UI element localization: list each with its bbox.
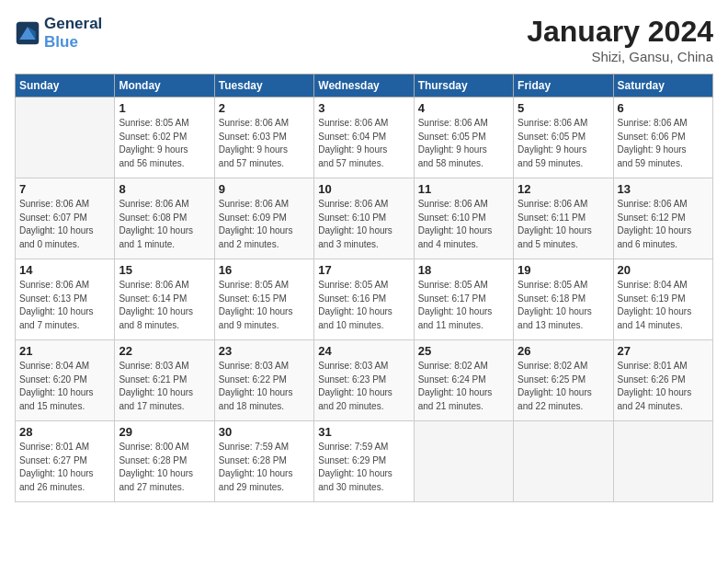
calendar-cell: 18Sunrise: 8:05 AMSunset: 6:17 PMDayligh… (414, 259, 513, 340)
day-info: Sunrise: 8:06 AMSunset: 6:10 PMDaylight:… (318, 198, 409, 251)
day-info: Sunrise: 8:06 AMSunset: 6:05 PMDaylight:… (418, 117, 509, 170)
day-info: Sunrise: 8:05 AMSunset: 6:15 PMDaylight:… (219, 279, 310, 332)
calendar-cell: 24Sunrise: 8:03 AMSunset: 6:23 PMDayligh… (314, 340, 414, 421)
day-number: 3 (318, 101, 409, 115)
day-info: Sunrise: 8:03 AMSunset: 6:23 PMDaylight:… (318, 360, 409, 413)
day-info: Sunrise: 8:01 AMSunset: 6:27 PMDaylight:… (19, 441, 110, 494)
day-number: 2 (219, 101, 310, 115)
weekday-header: Thursday (414, 75, 513, 98)
calendar-cell: 29Sunrise: 8:00 AMSunset: 6:28 PMDayligh… (115, 421, 214, 502)
day-number: 25 (418, 344, 509, 358)
day-number: 31 (318, 425, 409, 439)
title-block: January 2024 Shizi, Gansu, China (527, 15, 713, 64)
day-number: 22 (119, 344, 210, 358)
day-info: Sunrise: 8:06 AMSunset: 6:08 PMDaylight:… (119, 198, 210, 251)
calendar-cell (514, 421, 613, 502)
day-info: Sunrise: 8:06 AMSunset: 6:11 PMDaylight:… (518, 198, 609, 251)
calendar-cell: 8Sunrise: 8:06 AMSunset: 6:08 PMDaylight… (115, 178, 214, 259)
day-info: Sunrise: 8:06 AMSunset: 6:10 PMDaylight:… (418, 198, 509, 251)
logo-text: General Blue (44, 15, 102, 52)
calendar-cell: 27Sunrise: 8:01 AMSunset: 6:26 PMDayligh… (613, 340, 712, 421)
calendar-cell (16, 98, 115, 178)
day-number: 14 (19, 263, 110, 277)
day-number: 28 (19, 425, 110, 439)
calendar-cell: 21Sunrise: 8:04 AMSunset: 6:20 PMDayligh… (16, 340, 115, 421)
weekday-header: Saturday (613, 75, 712, 98)
day-number: 15 (119, 263, 210, 277)
day-info: Sunrise: 8:06 AMSunset: 6:05 PMDaylight:… (518, 117, 609, 170)
calendar-cell: 3Sunrise: 8:06 AMSunset: 6:04 PMDaylight… (314, 98, 414, 178)
day-number: 8 (119, 182, 210, 196)
day-info: Sunrise: 7:59 AMSunset: 6:28 PMDaylight:… (219, 441, 310, 494)
calendar-cell: 7Sunrise: 8:06 AMSunset: 6:07 PMDaylight… (16, 178, 115, 259)
day-number: 5 (518, 101, 609, 115)
calendar-cell: 4Sunrise: 8:06 AMSunset: 6:05 PMDaylight… (414, 98, 513, 178)
day-info: Sunrise: 8:06 AMSunset: 6:07 PMDaylight:… (19, 198, 110, 251)
calendar-cell: 2Sunrise: 8:06 AMSunset: 6:03 PMDaylight… (214, 98, 313, 178)
calendar-cell: 22Sunrise: 8:03 AMSunset: 6:21 PMDayligh… (115, 340, 214, 421)
day-info: Sunrise: 8:04 AMSunset: 6:20 PMDaylight:… (19, 360, 110, 413)
calendar-cell: 10Sunrise: 8:06 AMSunset: 6:10 PMDayligh… (314, 178, 414, 259)
calendar-cell: 14Sunrise: 8:06 AMSunset: 6:13 PMDayligh… (16, 259, 115, 340)
day-info: Sunrise: 8:06 AMSunset: 6:14 PMDaylight:… (119, 279, 210, 332)
day-number: 11 (418, 182, 509, 196)
logo: General Blue (15, 15, 102, 52)
day-number: 18 (418, 263, 509, 277)
weekday-header: Wednesday (314, 75, 414, 98)
day-number: 20 (618, 263, 709, 277)
weekday-header: Tuesday (214, 75, 313, 98)
calendar-cell: 9Sunrise: 8:06 AMSunset: 6:09 PMDaylight… (214, 178, 313, 259)
day-number: 1 (119, 101, 210, 115)
calendar-cell: 20Sunrise: 8:04 AMSunset: 6:19 PMDayligh… (613, 259, 712, 340)
day-number: 17 (318, 263, 409, 277)
calendar-cell: 25Sunrise: 8:02 AMSunset: 6:24 PMDayligh… (414, 340, 513, 421)
day-number: 19 (518, 263, 609, 277)
calendar-cell: 15Sunrise: 8:06 AMSunset: 6:14 PMDayligh… (115, 259, 214, 340)
day-number: 24 (318, 344, 409, 358)
calendar-cell (613, 421, 712, 502)
day-info: Sunrise: 8:02 AMSunset: 6:24 PMDaylight:… (418, 360, 509, 413)
day-info: Sunrise: 8:02 AMSunset: 6:25 PMDaylight:… (518, 360, 609, 413)
weekday-header: Sunday (16, 75, 115, 98)
day-info: Sunrise: 8:06 AMSunset: 6:13 PMDaylight:… (19, 279, 110, 332)
day-info: Sunrise: 7:59 AMSunset: 6:29 PMDaylight:… (318, 441, 409, 494)
day-number: 16 (219, 263, 310, 277)
day-info: Sunrise: 8:06 AMSunset: 6:06 PMDaylight:… (618, 117, 709, 170)
page-header: General Blue January 2024 Shizi, Gansu, … (15, 15, 713, 64)
day-info: Sunrise: 8:06 AMSunset: 6:03 PMDaylight:… (219, 117, 310, 170)
day-number: 27 (618, 344, 709, 358)
calendar-cell: 11Sunrise: 8:06 AMSunset: 6:10 PMDayligh… (414, 178, 513, 259)
day-number: 26 (518, 344, 609, 358)
calendar-cell: 31Sunrise: 7:59 AMSunset: 6:29 PMDayligh… (314, 421, 414, 502)
day-number: 21 (19, 344, 110, 358)
day-number: 13 (618, 182, 709, 196)
calendar-cell: 23Sunrise: 8:03 AMSunset: 6:22 PMDayligh… (214, 340, 313, 421)
calendar-cell: 1Sunrise: 8:05 AMSunset: 6:02 PMDaylight… (115, 98, 214, 178)
day-info: Sunrise: 8:05 AMSunset: 6:02 PMDaylight:… (119, 117, 210, 170)
location-title: Shizi, Gansu, China (527, 49, 713, 64)
day-info: Sunrise: 8:05 AMSunset: 6:16 PMDaylight:… (318, 279, 409, 332)
calendar-cell: 13Sunrise: 8:06 AMSunset: 6:12 PMDayligh… (613, 178, 712, 259)
calendar-cell: 30Sunrise: 7:59 AMSunset: 6:28 PMDayligh… (214, 421, 313, 502)
day-number: 10 (318, 182, 409, 196)
month-title: January 2024 (527, 15, 713, 49)
day-info: Sunrise: 8:01 AMSunset: 6:26 PMDaylight:… (618, 360, 709, 413)
day-info: Sunrise: 8:04 AMSunset: 6:19 PMDaylight:… (618, 279, 709, 332)
day-number: 9 (219, 182, 310, 196)
day-info: Sunrise: 8:05 AMSunset: 6:18 PMDaylight:… (518, 279, 609, 332)
day-info: Sunrise: 8:00 AMSunset: 6:28 PMDaylight:… (119, 441, 210, 494)
day-info: Sunrise: 8:06 AMSunset: 6:12 PMDaylight:… (618, 198, 709, 251)
day-number: 23 (219, 344, 310, 358)
day-number: 7 (19, 182, 110, 196)
calendar-cell: 26Sunrise: 8:02 AMSunset: 6:25 PMDayligh… (514, 340, 613, 421)
day-number: 29 (119, 425, 210, 439)
day-number: 30 (219, 425, 310, 439)
day-info: Sunrise: 8:05 AMSunset: 6:17 PMDaylight:… (418, 279, 509, 332)
day-number: 6 (618, 101, 709, 115)
calendar-cell: 28Sunrise: 8:01 AMSunset: 6:27 PMDayligh… (16, 421, 115, 502)
calendar-cell: 12Sunrise: 8:06 AMSunset: 6:11 PMDayligh… (514, 178, 613, 259)
day-info: Sunrise: 8:06 AMSunset: 6:09 PMDaylight:… (219, 198, 310, 251)
calendar-cell: 19Sunrise: 8:05 AMSunset: 6:18 PMDayligh… (514, 259, 613, 340)
day-number: 12 (518, 182, 609, 196)
day-number: 4 (418, 101, 509, 115)
